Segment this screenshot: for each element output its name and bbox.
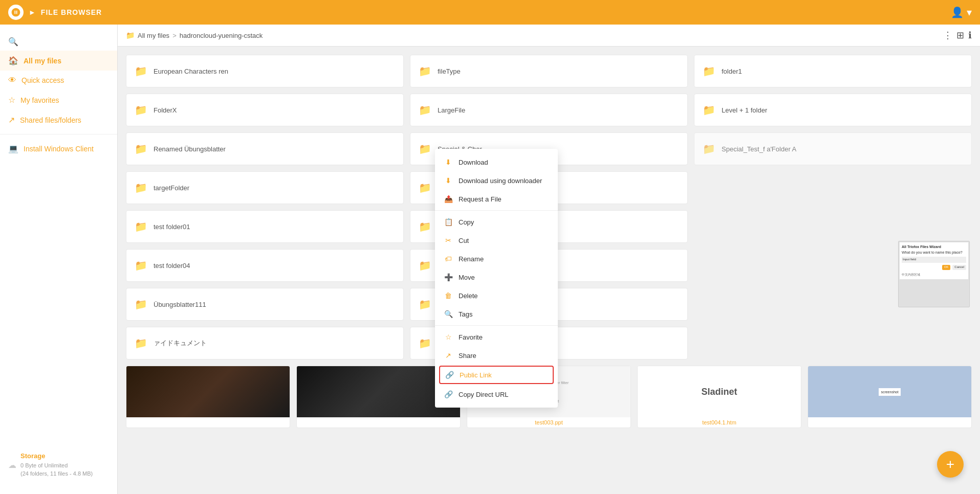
folder-name: LargeFile xyxy=(438,106,465,114)
context-menu-copy[interactable]: 📋 Copy xyxy=(435,213,558,231)
folder-item[interactable]: 📁 Level + 1 folder xyxy=(694,94,972,126)
download-icon: ⬇ xyxy=(443,158,453,166)
rename-icon: 🏷 xyxy=(443,255,453,263)
share-icon: ↗ xyxy=(443,351,453,360)
folder-icon: 📁 xyxy=(135,65,147,77)
delete-icon: 🗑 xyxy=(443,291,453,300)
breadcrumb-root[interactable]: All my files xyxy=(138,32,169,39)
header-arrow: ► xyxy=(29,8,36,16)
toolbar-icons: ⋮ ⊞ ℹ xyxy=(943,30,972,41)
folder-name: FolderX xyxy=(154,106,177,114)
right-panel-thumbnail: All Triofox Files Wizard What do you wan… xyxy=(898,241,970,307)
search-icon[interactable]: 🔍 xyxy=(8,37,18,46)
sidebar-item-all-files[interactable]: 🏠 All my files xyxy=(0,51,117,71)
sidebar-label-my-favorites: My favorites xyxy=(20,96,59,104)
app-logo[interactable] xyxy=(8,5,24,20)
folder-item[interactable]: 📁 Übungsblatter111 xyxy=(126,288,404,321)
folder-name: test folder04 xyxy=(154,262,190,270)
app-layout: 🔍 🏠 All my files 👁 Quick access ☆ My fav… xyxy=(0,25,980,494)
folder-name: Übungsblatter111 xyxy=(154,301,206,308)
context-menu-tags-label: Tags xyxy=(459,310,472,318)
folder-item[interactable]: 📁 FolderX xyxy=(126,94,404,126)
file-thumbnail[interactable]: screenshot xyxy=(808,366,972,428)
copy-direct-url-icon: 🔗 xyxy=(443,390,453,398)
folder-item[interactable]: 📁 folder1 xyxy=(694,55,972,87)
context-menu-download[interactable]: ⬇ Download xyxy=(435,153,558,171)
folder-icon: 📁 xyxy=(419,65,431,77)
context-menu-copy-label: Copy xyxy=(459,218,474,226)
file-thumb-name xyxy=(297,417,460,421)
folder-icon: 📁 xyxy=(419,337,431,349)
folder-icon: 📁 xyxy=(419,182,431,194)
context-menu-move[interactable]: ➕ Move xyxy=(435,268,558,286)
request-file-icon: 📤 xyxy=(443,195,453,203)
sidebar-divider xyxy=(0,134,117,134)
fab-add-button[interactable]: + xyxy=(937,451,964,478)
context-menu-request-file[interactable]: 📤 Request a File xyxy=(435,190,558,208)
search-area[interactable]: 🔍 xyxy=(0,33,117,51)
folder-icon: 📁 xyxy=(135,337,147,349)
folder-name: European Characters ren xyxy=(154,68,228,75)
folder-icon: 📁 xyxy=(135,259,147,272)
sidebar-label-install-windows: Install Windows Client xyxy=(24,145,94,153)
file-thumb-name: test003.ppt xyxy=(467,417,630,428)
context-menu: ⬇ Download ⬇ Download using downloader 📤… xyxy=(435,149,558,408)
toolbar-info-button[interactable]: ℹ xyxy=(968,30,972,41)
breadcrumb-current: hadroncloud-yuening-cstack xyxy=(180,32,263,39)
context-menu-rename[interactable]: 🏷 Rename xyxy=(435,250,558,268)
download-downloader-icon: ⬇ xyxy=(443,176,453,185)
context-menu-cut[interactable]: ✂ Cut xyxy=(435,231,558,250)
folder-item[interactable]: 📁 Renamed Übungsblatter xyxy=(126,132,404,165)
header-right: 👤 ▾ xyxy=(951,6,972,18)
file-thumb-name: test004.1.htm xyxy=(638,417,801,428)
toolbar-grid-button[interactable]: ⊞ xyxy=(956,30,964,41)
main-content: 📁 All my files > hadroncloud-yuening-cst… xyxy=(118,25,980,494)
folder-item[interactable]: 📁 targetFolder xyxy=(126,171,404,204)
tags-icon: 🔍 xyxy=(443,310,453,318)
context-menu-tags[interactable]: 🔍 Tags xyxy=(435,305,558,323)
folder-icon: 📁 xyxy=(419,220,431,233)
move-icon: ➕ xyxy=(443,273,453,281)
eye-icon: 👁 xyxy=(8,76,16,85)
user-menu-button[interactable]: 👤 ▾ xyxy=(951,6,972,18)
sidebar-item-my-favorites[interactable]: ☆ My favorites xyxy=(0,90,117,110)
breadcrumb-separator: > xyxy=(172,32,177,39)
folder-item[interactable]: 📁 test folder04 xyxy=(126,249,404,282)
sidebar-item-quick-access[interactable]: 👁 Quick access xyxy=(0,71,117,90)
context-menu-share[interactable]: ↗ Share xyxy=(435,346,558,365)
folder-item[interactable]: 📁 fileType xyxy=(410,55,688,87)
folder-name: Level + 1 folder xyxy=(722,106,767,114)
share-icon: ↗ xyxy=(8,115,15,125)
folder-name: ァイドキュメント xyxy=(154,339,207,348)
folder-icon: 📁 xyxy=(135,104,147,116)
sidebar-item-install-windows[interactable]: 💻 Install Windows Client xyxy=(0,139,117,159)
folder-icon: 📁 xyxy=(419,259,431,272)
breadcrumb: 📁 All my files > hadroncloud-yuening-cst… xyxy=(126,31,263,39)
file-thumbnail[interactable]: Sladinet test004.1.htm xyxy=(637,366,801,428)
folder-item-partial[interactable]: 📁 Special_Test_f a'Folder A xyxy=(694,132,972,165)
folder-item[interactable]: 📁 LargeFile xyxy=(410,94,688,126)
file-thumb-name xyxy=(126,417,290,421)
context-menu-favorite[interactable]: ☆ Favorite xyxy=(435,328,558,346)
context-menu-public-link-label: Public Link xyxy=(460,371,492,379)
context-menu-public-link[interactable]: 🔗 Public Link xyxy=(439,366,554,384)
folder-icon: 📁 xyxy=(703,104,715,116)
toolbar-more-button[interactable]: ⋮ xyxy=(943,30,952,41)
context-menu-share-label: Share xyxy=(459,352,476,360)
storage-title: Storage xyxy=(20,452,93,460)
context-menu-download-downloader[interactable]: ⬇ Download using downloader xyxy=(435,171,558,190)
file-thumbnail[interactable] xyxy=(126,366,290,428)
folder-item[interactable]: 📁 test folder01 xyxy=(126,210,404,243)
context-menu-delete[interactable]: 🗑 Delete xyxy=(435,286,558,305)
sidebar-label-shared: Shared files/folders xyxy=(20,116,81,124)
folder-item[interactable]: 📁 ァイドキュメント xyxy=(126,327,404,360)
favorite-icon: ☆ xyxy=(443,333,453,341)
context-menu-divider-2 xyxy=(435,325,558,326)
header-title: FILE BROWSER xyxy=(41,8,102,16)
sidebar-item-shared[interactable]: ↗ Shared files/folders xyxy=(0,110,117,130)
folder-item[interactable]: 📁 European Characters ren xyxy=(126,55,404,87)
sidebar-label-quick-access: Quick access xyxy=(21,76,64,84)
file-thumb-image xyxy=(126,366,290,417)
context-menu-copy-direct-url[interactable]: 🔗 Copy Direct URL xyxy=(435,385,558,403)
header: ► FILE BROWSER 👤 ▾ xyxy=(0,0,980,25)
